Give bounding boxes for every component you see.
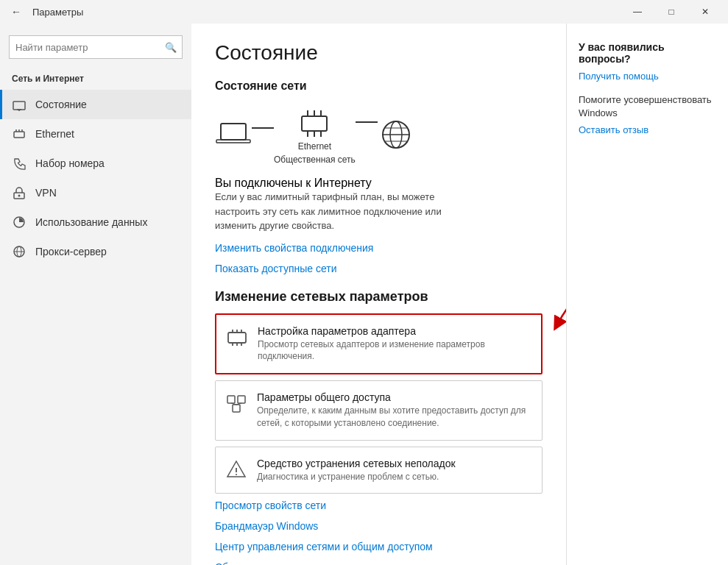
svg-rect-34 bbox=[227, 396, 235, 403]
right-panel: У вас появились вопросы? Получить помощь… bbox=[566, 24, 728, 565]
adapter-content: Настройка параметров адаптера Просмотр с… bbox=[258, 325, 532, 363]
maximize-button[interactable]: □ bbox=[654, 0, 688, 24]
title-bar: ← Параметры — □ ✕ bbox=[0, 0, 728, 24]
adapter-desc: Просмотр сетевых адаптеров и изменение п… bbox=[258, 338, 532, 363]
router-svg bbox=[296, 104, 333, 141]
svg-rect-3 bbox=[14, 132, 24, 138]
settings-items-container: Настройка параметров адаптера Просмотр с… bbox=[215, 313, 543, 494]
sidebar-section-title: Сеть и Интернет bbox=[0, 71, 191, 90]
search-icon: 🔍 bbox=[165, 42, 177, 53]
improve-section: Помогите усовершенствовать Windows Остав… bbox=[579, 93, 716, 135]
svg-rect-27 bbox=[228, 333, 246, 343]
bottom-links: Просмотр свойств сети Брандмауэр Windows… bbox=[215, 500, 543, 565]
svg-rect-0 bbox=[13, 102, 25, 110]
svg-rect-35 bbox=[238, 396, 245, 403]
change-props-link[interactable]: Изменить свойства подключения bbox=[215, 242, 543, 254]
troubleshoot-settings-item[interactable]: Средство устранения сетевых неполадок Ди… bbox=[215, 447, 543, 494]
search-container: 🔍 bbox=[9, 35, 183, 59]
feedback-link[interactable]: Оставить отзыв bbox=[579, 124, 716, 135]
back-button[interactable]: ← bbox=[6, 1, 26, 22]
network-center-link[interactable]: Центр управления сетями и общим доступом bbox=[215, 541, 543, 552]
show-networks-link[interactable]: Показать доступные сети bbox=[215, 263, 543, 274]
ethernet-icon bbox=[12, 127, 26, 141]
sidebar-item-datausage[interactable]: Использование данных bbox=[0, 207, 191, 237]
sharing-icon bbox=[225, 391, 248, 415]
view-network-props-link[interactable]: Просмотр свойств сети bbox=[215, 500, 543, 511]
network-diagram: Ethernet Общественная сеть bbox=[215, 104, 543, 165]
vpn-icon bbox=[12, 185, 26, 200]
laptop-icon-container bbox=[215, 121, 252, 149]
firewall-link[interactable]: Брандмауэр Windows bbox=[215, 520, 543, 532]
get-help-link[interactable]: Получить помощь bbox=[579, 71, 716, 82]
laptop-svg bbox=[215, 121, 252, 149]
sidebar-label-ethernet: Ethernet bbox=[35, 128, 74, 140]
main-content: Состояние Состояние сети bbox=[191, 24, 566, 565]
adapter-title: Настройка параметров адаптера bbox=[258, 325, 532, 337]
net-line-2 bbox=[356, 121, 378, 123]
network-type-label: Общественная сеть bbox=[274, 154, 356, 165]
troubleshoot-icon bbox=[225, 458, 248, 481]
troubleshoot-title: Средство устранения сетевых неполадок bbox=[257, 458, 533, 469]
svg-rect-15 bbox=[302, 116, 327, 131]
proxy-icon bbox=[12, 244, 26, 259]
window-controls: — □ ✕ bbox=[621, 0, 722, 24]
sidebar-label-status: Состояние bbox=[35, 99, 87, 110]
connected-desc: Если у вас лимитный тарифный план, вы мо… bbox=[215, 190, 480, 233]
sidebar-label-vpn: VPN bbox=[35, 187, 57, 199]
sidebar: 🔍 Сеть и Интернет Состояние bbox=[0, 24, 191, 565]
adapter-settings-item[interactable]: Настройка параметров адаптера Просмотр с… bbox=[215, 313, 543, 375]
sharing-settings-item[interactable]: Параметры общего доступа Определите, к к… bbox=[215, 380, 543, 441]
sidebar-item-status[interactable]: Состояние bbox=[0, 90, 191, 119]
reset-network-link[interactable]: Сброс сети bbox=[215, 561, 543, 565]
questions-title: У вас появились вопросы? bbox=[579, 41, 716, 65]
connected-title: Вы подключены к Интернету bbox=[215, 177, 543, 190]
app-title: Параметры bbox=[32, 7, 83, 18]
svg-point-8 bbox=[18, 195, 21, 197]
sharing-desc: Определите, к каким данным вы хотите пре… bbox=[257, 405, 533, 430]
sharing-content: Параметры общего доступа Определите, к к… bbox=[257, 391, 533, 430]
sidebar-item-vpn[interactable]: VPN bbox=[0, 178, 191, 207]
globe-icon-container bbox=[378, 116, 414, 153]
improve-title: Помогите усовершенствовать Windows bbox=[579, 93, 716, 120]
close-button[interactable]: ✕ bbox=[688, 0, 722, 24]
sidebar-label-proxy: Прокси-сервер bbox=[35, 246, 107, 257]
page-title: Состояние bbox=[215, 41, 543, 65]
search-input[interactable] bbox=[9, 35, 183, 59]
globe-svg bbox=[378, 116, 414, 153]
router-icon-container: Ethernet Общественная сеть bbox=[274, 104, 356, 165]
svg-point-40 bbox=[236, 474, 237, 475]
minimize-button[interactable]: — bbox=[621, 0, 654, 24]
change-section-title: Изменение сетевых параметров bbox=[215, 289, 543, 305]
sidebar-item-ethernet[interactable]: Ethernet bbox=[0, 119, 191, 149]
status-icon bbox=[12, 97, 26, 112]
sidebar-label-datausage: Использование данных bbox=[35, 216, 147, 228]
svg-rect-14 bbox=[216, 140, 250, 143]
sidebar-item-dialup[interactable]: Набор номера bbox=[0, 149, 191, 178]
ethernet-label: Ethernet bbox=[298, 141, 331, 152]
adapter-icon bbox=[225, 325, 249, 349]
sidebar-label-dialup: Набор номера bbox=[35, 157, 105, 169]
dialup-icon bbox=[12, 156, 26, 171]
net-line-1 bbox=[252, 127, 274, 129]
svg-rect-36 bbox=[233, 405, 240, 412]
sharing-title: Параметры общего доступа bbox=[257, 391, 533, 403]
svg-rect-13 bbox=[221, 124, 246, 140]
sidebar-item-proxy[interactable]: Прокси-сервер bbox=[0, 237, 191, 266]
datausage-icon bbox=[12, 215, 26, 230]
help-section: У вас появились вопросы? Получить помощь bbox=[579, 41, 716, 82]
app-body: 🔍 Сеть и Интернет Состояние bbox=[0, 24, 728, 565]
troubleshoot-desc: Диагностика и устранение проблем с сетью… bbox=[257, 471, 533, 483]
troubleshoot-content: Средство устранения сетевых неполадок Ди… bbox=[257, 458, 533, 483]
network-section-title: Состояние сети bbox=[215, 79, 543, 93]
